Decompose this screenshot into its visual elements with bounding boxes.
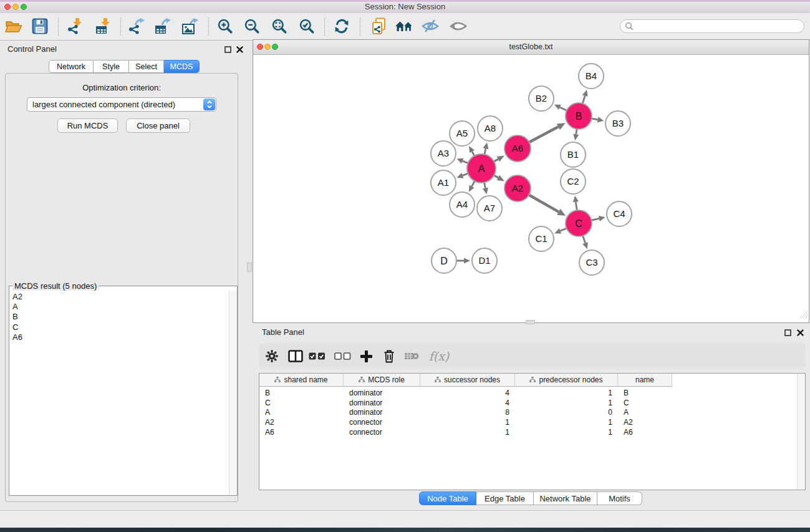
node-D[interactable]: D [432,248,456,273]
tab-style[interactable]: Style [94,60,129,73]
edge-A-A4[interactable] [469,180,475,192]
zoom-out-icon[interactable] [241,16,263,37]
vertical-split-grip[interactable] [247,263,252,272]
settings-gear-icon[interactable] [262,344,282,369]
show-graphics-details-icon[interactable] [448,16,469,37]
node-B1[interactable]: B1 [561,142,586,167]
column-header-predecessor-nodes[interactable]: predecessor nodes [515,374,618,387]
node-A1[interactable]: A1 [431,170,456,195]
node-C[interactable]: C [566,210,592,236]
tab-motifs[interactable]: Motifs [597,491,642,505]
column-header-successor-nodes[interactable]: successor nodes [420,374,515,387]
table-row[interactable]: Adominator80A [259,408,797,418]
mcds-result-item[interactable]: A6 [9,332,237,342]
export-image-icon[interactable] [180,16,201,37]
zoom-fit-icon[interactable] [269,16,290,37]
node-D1[interactable]: D1 [472,248,497,273]
column-header-name[interactable]: name [618,374,672,387]
edge-A-A2[interactable] [493,175,504,181]
node-A8[interactable]: A8 [478,116,503,141]
node-C1[interactable]: C1 [529,226,554,251]
deselect-all-checkboxes-icon[interactable] [332,344,352,369]
edge-C-C2[interactable] [573,196,579,211]
run-mcds-button[interactable]: Run MCDS [57,118,118,133]
edge-C-C4[interactable] [591,216,605,221]
edge-A-A1[interactable] [457,173,470,178]
node-B3[interactable]: B3 [605,111,630,136]
export-network-icon[interactable] [126,16,147,37]
node-A4[interactable]: A4 [450,192,475,217]
tab-network[interactable]: Network [49,60,94,73]
search-box[interactable] [620,19,804,33]
function-builder-icon[interactable]: f(x) [425,344,453,369]
mcds-result-item[interactable]: A [9,302,237,312]
criterion-dropdown[interactable]: largest connected component (directed) [27,97,216,112]
table-row[interactable]: A6connector11A6 [259,427,797,437]
tab-network-table[interactable]: Network Table [534,491,597,505]
import-network-icon[interactable] [65,16,86,37]
mcds-result-item[interactable]: B [9,312,237,322]
zoom-selected-icon[interactable] [296,16,317,37]
node-B4[interactable]: B4 [579,64,604,89]
table-scrollbar[interactable] [797,374,805,490]
close-table-panel-icon[interactable] [796,328,804,337]
edge-B-B2[interactable] [554,105,568,111]
node-B2[interactable]: B2 [529,86,554,111]
close-panel-icon[interactable] [235,45,244,54]
zoom-in-icon[interactable] [215,16,236,37]
export-table-icon[interactable] [152,16,173,37]
node-A5[interactable]: A5 [450,121,475,146]
node-C2[interactable]: C2 [561,169,586,194]
node-A2[interactable]: A2 [504,175,531,201]
edge-C-C1[interactable] [554,228,567,233]
float-panel-icon[interactable] [223,45,232,54]
node-A6[interactable]: A6 [504,135,531,162]
window-resize-grip[interactable] [799,311,808,322]
table-row[interactable]: A2connector11A2 [259,417,797,427]
node-A3[interactable]: A3 [431,141,456,166]
column-header-shared-name[interactable]: shared name [259,374,344,387]
edge-B-B4[interactable] [582,90,588,105]
show-columns-icon[interactable] [286,344,306,369]
network-window-titlebar[interactable]: testGlobe.txt [253,40,809,55]
edge-D-D1[interactable] [455,258,470,263]
edge-A-A5[interactable] [469,146,475,157]
edge-A2-C[interactable] [528,194,566,216]
clone-network-icon[interactable] [369,16,390,37]
edge-C-C3[interactable] [582,235,588,249]
node-B[interactable]: B [566,103,592,129]
tab-select[interactable]: Select [129,60,164,73]
tab-edge-table[interactable]: Edge Table [476,491,534,505]
table-row[interactable]: Cdominator41C [259,398,797,408]
node-A[interactable]: A [467,154,496,183]
column-header-MCDS-role[interactable]: MCDS role [344,374,420,387]
mcds-list-scrollbar[interactable] [229,291,237,495]
edge-A-A3[interactable] [456,158,469,164]
horizontal-split-grip[interactable] [526,320,535,324]
edge-B-B3[interactable] [591,117,604,122]
mcds-result-item[interactable]: C [9,322,237,332]
node-A7[interactable]: A7 [477,196,502,221]
mcds-result-item[interactable]: A2 [9,292,237,302]
save-session-icon[interactable] [29,16,51,37]
select-all-checkboxes-icon[interactable] [307,344,327,369]
node-C3[interactable]: C3 [579,250,604,275]
add-column-icon[interactable] [356,344,376,369]
session-home-icon[interactable] [393,16,415,37]
edge-A6-B[interactable] [528,123,566,143]
import-table-icon[interactable] [93,16,114,37]
tab-node-table[interactable]: Node Table [419,491,476,505]
network-canvas[interactable]: AA6A2BCA5A8A3A1A4A7B4B2B3B1C2C4C1C3DD1 [253,54,809,322]
float-table-panel-icon[interactable] [783,328,792,337]
node-C4[interactable]: C4 [607,201,632,226]
open-session-icon[interactable] [3,16,24,37]
delete-column-icon[interactable] [379,344,399,369]
table-row[interactable]: Bdominator41B [259,388,797,398]
search-input[interactable] [634,21,792,31]
hide-panels-icon[interactable] [420,16,441,37]
mcds-result-list[interactable]: A2ABCA6 [9,291,237,342]
refresh-view-icon[interactable] [331,16,352,37]
delete-table-icon[interactable] [402,344,422,369]
edge-A-A6[interactable] [493,156,504,162]
tab-mcds[interactable]: MCDS [164,60,200,73]
